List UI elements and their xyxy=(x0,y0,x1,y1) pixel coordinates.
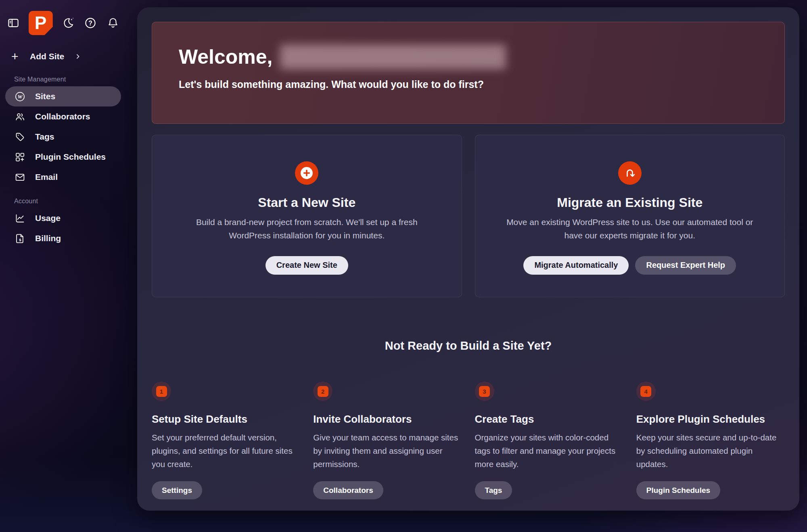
sidebar-item-sites[interactable]: W Sites xyxy=(5,86,121,106)
migrate-existing-site-card: Migrate an Existing Site Move an existin… xyxy=(475,135,785,297)
step-number-badge: 2 xyxy=(313,382,332,401)
migrate-uturn-arrow-icon xyxy=(618,161,642,185)
step-number-badge: 3 xyxy=(475,382,494,401)
step-setup-site-defaults: 1 Setup Site Defaults Set your preferred… xyxy=(152,382,300,499)
create-new-site-button[interactable]: Create New Site xyxy=(266,256,348,275)
collaborators-icon xyxy=(14,111,25,122)
step-number: 2 xyxy=(318,386,328,397)
billing-invoice-icon: $ xyxy=(14,233,25,244)
app-root: P ? xyxy=(0,0,807,532)
step-number-badge: 4 xyxy=(636,382,656,401)
start-new-site-card: Start a New Site Build a brand-new proje… xyxy=(152,135,462,297)
welcome-banner: Welcome, Let's build something amazing. … xyxy=(152,22,785,124)
sidebar-item-label: Billing xyxy=(35,234,61,243)
onboarding-heading: Not Ready to Build a Site Yet? xyxy=(152,339,785,353)
welcome-title: Welcome, xyxy=(179,44,273,70)
request-expert-help-button[interactable]: Request Expert Help xyxy=(635,256,736,275)
step-title: Invite Collaborators xyxy=(313,413,462,426)
settings-button[interactable]: Settings xyxy=(152,481,202,499)
redacted-user-name xyxy=(280,44,506,69)
card-title: Migrate an Existing Site xyxy=(557,195,702,210)
email-icon xyxy=(14,171,25,183)
section-label-account: Account xyxy=(14,198,121,205)
chevron-right-icon xyxy=(74,52,82,61)
plus-icon: + xyxy=(11,50,23,63)
sidebar-item-email[interactable]: Email xyxy=(5,167,121,187)
step-title: Setup Site Defaults xyxy=(152,413,300,426)
pressable-logo[interactable]: P xyxy=(29,11,53,35)
step-description: Give your team access to manage sites by… xyxy=(313,431,462,471)
sidebar-item-tags[interactable]: Tags xyxy=(5,127,121,147)
plugin-schedules-icon xyxy=(14,151,25,163)
sidebar-item-billing[interactable]: $ Billing xyxy=(5,228,121,248)
action-cards-row: Start a New Site Build a brand-new proje… xyxy=(152,135,785,297)
sidebar-item-label: Plugin Schedules xyxy=(35,152,106,162)
step-invite-collaborators: 2 Invite Collaborators Give your team ac… xyxy=(313,382,462,499)
tag-icon xyxy=(14,131,25,142)
sidebar: P ? xyxy=(0,0,137,532)
main-area: Welcome, Let's build something amazing. … xyxy=(137,0,807,532)
step-description: Keep your sites secure and up-to-date by… xyxy=(636,431,785,471)
dark-mode-moon-icon[interactable] xyxy=(61,16,75,30)
welcome-subtitle: Let's build something amazing. What woul… xyxy=(179,79,768,90)
sidebar-item-label: Usage xyxy=(35,213,61,223)
sidebar-item-label: Tags xyxy=(35,132,54,142)
logo-letter: P xyxy=(35,13,46,33)
step-explore-plugin-schedules: 4 Explore Plugin Schedules Keep your sit… xyxy=(636,382,785,499)
add-site-button[interactable]: + Add Site xyxy=(5,48,121,65)
step-description: Organize your sites with color-coded tag… xyxy=(475,431,623,471)
svg-text:$: $ xyxy=(19,237,21,242)
section-label-site-management: Site Management xyxy=(14,76,121,83)
sidebar-item-label: Sites xyxy=(35,92,55,101)
step-create-tags: 3 Create Tags Organize your sites with c… xyxy=(475,382,623,499)
svg-text:?: ? xyxy=(88,20,92,27)
migrate-automatically-button[interactable]: Migrate Automatically xyxy=(523,256,629,275)
notifications-bell-icon[interactable] xyxy=(106,16,120,30)
tags-button[interactable]: Tags xyxy=(475,481,512,499)
step-description: Set your preferred default version, plug… xyxy=(152,431,300,471)
step-number: 4 xyxy=(640,386,651,397)
step-number-badge: 1 xyxy=(152,382,171,401)
svg-text:W: W xyxy=(17,94,23,100)
add-site-label: Add Site xyxy=(30,52,64,61)
card-description: Build a brand-new project from scratch. … xyxy=(180,216,434,242)
card-description: Move an existing WordPress site to us. U… xyxy=(503,216,757,242)
sidebar-topbar: P ? xyxy=(5,10,121,35)
card-title: Start a New Site xyxy=(258,195,355,210)
content-container: Welcome, Let's build something amazing. … xyxy=(137,7,799,511)
step-title: Create Tags xyxy=(475,413,623,426)
wordpress-icon: W xyxy=(14,91,25,102)
sidebar-item-label: Email xyxy=(35,172,58,182)
plus-circle-icon xyxy=(295,161,318,185)
step-number: 1 xyxy=(156,386,167,397)
sidebar-item-collaborators[interactable]: Collaborators xyxy=(5,106,121,127)
help-icon[interactable]: ? xyxy=(83,16,98,30)
step-number: 3 xyxy=(479,386,490,397)
sidebar-item-plugin-schedules[interactable]: Plugin Schedules xyxy=(5,147,121,167)
onboarding-steps-row: 1 Setup Site Defaults Set your preferred… xyxy=(152,382,785,499)
sidebar-toggle-icon[interactable] xyxy=(6,16,21,30)
sidebar-item-label: Collaborators xyxy=(35,112,90,121)
step-title: Explore Plugin Schedules xyxy=(636,413,785,426)
collaborators-button[interactable]: Collaborators xyxy=(313,481,383,499)
plugin-schedules-button[interactable]: Plugin Schedules xyxy=(636,481,720,499)
sidebar-item-usage[interactable]: Usage xyxy=(5,208,121,228)
usage-chart-icon xyxy=(14,213,25,224)
